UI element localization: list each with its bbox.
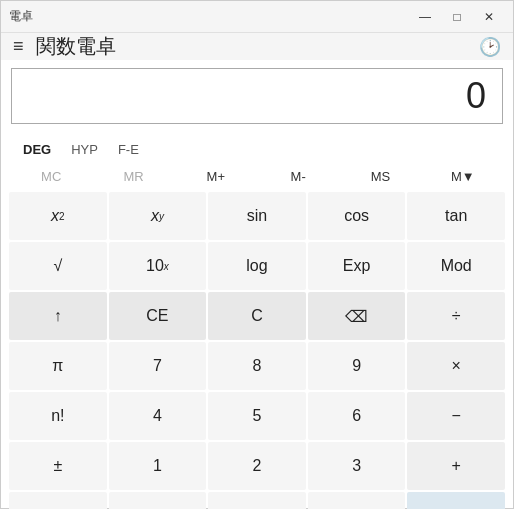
app-header: ≡ 関数電卓 🕑: [1, 33, 513, 60]
btn-sin[interactable]: sin: [208, 192, 306, 240]
mode-hyp[interactable]: HYP: [61, 140, 108, 159]
title-bar-text: 電卓: [9, 8, 409, 25]
btn-2[interactable]: 2: [208, 442, 306, 490]
btn-exp[interactable]: Exp: [308, 242, 406, 290]
btn-3[interactable]: 3: [308, 442, 406, 490]
btn-up[interactable]: ↑: [9, 292, 107, 340]
btn-7[interactable]: 7: [109, 342, 207, 390]
btn-c[interactable]: C: [208, 292, 306, 340]
history-icon[interactable]: 🕑: [479, 36, 501, 58]
btn-plusminus[interactable]: ±: [9, 442, 107, 490]
btn-10x[interactable]: 10x: [109, 242, 207, 290]
btn-equals[interactable]: =: [407, 492, 505, 509]
title-bar: 電卓 — □ ✕: [1, 1, 513, 33]
btn-lparen[interactable]: (: [9, 492, 107, 509]
menu-icon[interactable]: ≡: [13, 36, 24, 57]
maximize-button[interactable]: □: [441, 1, 473, 33]
btn-ce[interactable]: CE: [109, 292, 207, 340]
btn-9[interactable]: 9: [308, 342, 406, 390]
btn-5[interactable]: 5: [208, 392, 306, 440]
calc-body: DEG HYP F-E MC MR M+ M- MS M▼ x2 xy sin …: [1, 132, 513, 509]
btn-sqrt[interactable]: √: [9, 242, 107, 290]
mem-mplus[interactable]: M+: [176, 165, 256, 188]
btn-x2[interactable]: x2: [9, 192, 107, 240]
mem-mminus[interactable]: M-: [258, 165, 338, 188]
mem-ms[interactable]: MS: [340, 165, 420, 188]
btn-decimal[interactable]: .: [308, 492, 406, 509]
minimize-button[interactable]: —: [409, 1, 441, 33]
btn-6[interactable]: 6: [308, 392, 406, 440]
btn-8[interactable]: 8: [208, 342, 306, 390]
display: 0: [11, 68, 503, 124]
btn-backspace[interactable]: ⌫: [308, 292, 406, 340]
btn-divide[interactable]: ÷: [407, 292, 505, 340]
btn-pi[interactable]: π: [9, 342, 107, 390]
mode-fe[interactable]: F-E: [108, 140, 149, 159]
window-controls: — □ ✕: [409, 1, 505, 33]
mem-mview[interactable]: M▼: [423, 165, 503, 188]
btn-add[interactable]: +: [407, 442, 505, 490]
mode-row: DEG HYP F-E: [9, 136, 505, 163]
btn-subtract[interactable]: −: [407, 392, 505, 440]
mem-mr[interactable]: MR: [93, 165, 173, 188]
btn-1[interactable]: 1: [109, 442, 207, 490]
memory-row: MC MR M+ M- MS M▼: [9, 163, 505, 192]
btn-log[interactable]: log: [208, 242, 306, 290]
btn-factorial[interactable]: n!: [9, 392, 107, 440]
calculator-window: 電卓 — □ ✕ ≡ 関数電卓 🕑 0 DEG HYP F-E MC MR M+…: [0, 0, 514, 509]
btn-mod[interactable]: Mod: [407, 242, 505, 290]
mem-mc[interactable]: MC: [11, 165, 91, 188]
btn-cos[interactable]: cos: [308, 192, 406, 240]
btn-xy[interactable]: xy: [109, 192, 207, 240]
buttons-grid: x2 xy sin cos tan √ 10x log Exp Mod ↑ CE…: [9, 192, 505, 509]
btn-multiply[interactable]: ×: [407, 342, 505, 390]
btn-4[interactable]: 4: [109, 392, 207, 440]
close-button[interactable]: ✕: [473, 1, 505, 33]
app-title: 関数電卓: [36, 33, 479, 60]
btn-tan[interactable]: tan: [407, 192, 505, 240]
display-value: 0: [466, 75, 486, 117]
btn-0[interactable]: 0: [208, 492, 306, 509]
btn-rparen[interactable]: ): [109, 492, 207, 509]
mode-deg[interactable]: DEG: [13, 140, 61, 159]
